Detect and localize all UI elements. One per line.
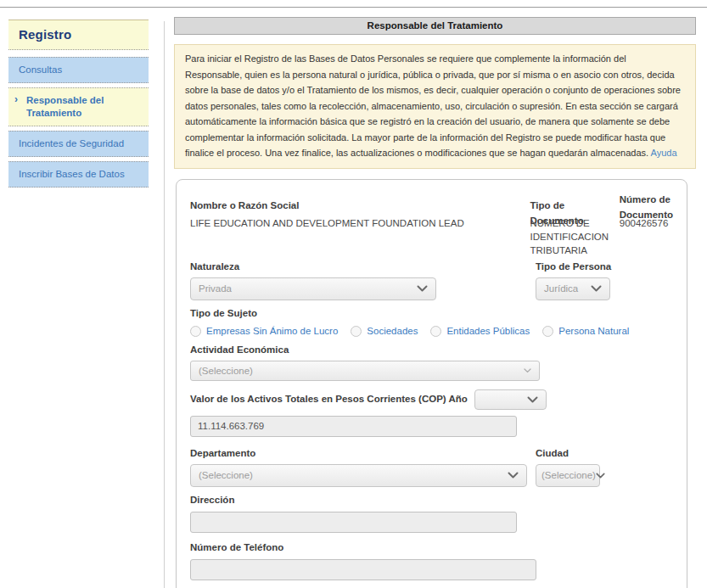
- radio-empresas-sin-animo-de-lucro[interactable]: Empresas Sin Ánimo de Lucro: [190, 326, 338, 337]
- sidebar-item-incidentes-de-seguridad[interactable]: Incidentes de Seguridad: [8, 131, 149, 157]
- actividad-economica-label: Actividad Económica: [190, 344, 673, 356]
- radio-button-icon: [190, 326, 201, 337]
- radio-button-icon: [542, 326, 553, 337]
- radio-persona-natural[interactable]: Persona Natural: [542, 326, 629, 337]
- direccion-input[interactable]: [190, 512, 517, 533]
- sidebar-item-label: Inscribir Bases de Datos: [19, 169, 125, 179]
- chevron-down-icon: [508, 472, 519, 479]
- naturaleza-selected-value: Privada: [199, 283, 232, 294]
- sidebar-item-inscribir-bases-de-datos[interactable]: Inscribir Bases de Datos: [8, 161, 149, 188]
- actividad-selected-value: (Seleccione): [199, 366, 253, 376]
- naturaleza-label: Naturaleza: [190, 260, 536, 273]
- tipo-sujeto-radio-group: Empresas Sin Ánimo de Lucro Sociedades E…: [190, 326, 673, 337]
- sidebar: Registro Consultas › Responsable del Tra…: [8, 20, 149, 192]
- sidebar-title: Registro: [8, 20, 149, 50]
- ubicacion-row: Departamento (Seleccione) Ciudad (Selecc…: [190, 447, 673, 487]
- active-item-marker-icon: ›: [14, 93, 18, 106]
- radio-button-icon: [430, 326, 441, 337]
- content-divider: [164, 21, 165, 588]
- ciudad-selected-value: (Seleccione): [541, 470, 596, 480]
- radio-sociedades[interactable]: Sociedades: [351, 326, 418, 337]
- tipo-persona-label: Tipo de Persona: [536, 260, 673, 273]
- tipo-documento-value: NUMERO DE IDENTIFICACION TRIBUTARIA: [530, 216, 619, 257]
- nombre-value: LIFE EDUCATION AND DEVELOPMENT FOUNDATIO…: [190, 216, 530, 230]
- radio-button-icon: [351, 326, 362, 337]
- main-content: Responsable del Tratamiento Para iniciar…: [174, 17, 696, 588]
- tipo-persona-select[interactable]: Jurídica: [536, 277, 610, 300]
- telefono-label: Número de Teléfono: [190, 541, 673, 554]
- radio-label: Persona Natural: [558, 326, 629, 336]
- tipo-persona-selected-value: Jurídica: [544, 283, 578, 294]
- ciudad-select[interactable]: (Seleccione): [536, 464, 600, 487]
- sidebar-item-consultas[interactable]: Consultas: [8, 57, 149, 83]
- chevron-down-icon: [527, 396, 538, 403]
- nombre-label: Nombre o Razón Social: [190, 200, 299, 210]
- page-title: Responsable del Tratamiento: [174, 17, 696, 35]
- sidebar-item-label: Responsable del Tratamiento: [26, 95, 104, 118]
- intro-text: Para iniciar el Registro de las Bases de…: [185, 53, 681, 158]
- departamento-selected-value: (Seleccione): [199, 470, 253, 480]
- identification-row: Nombre o Razón Social LIFE EDUCATION AND…: [190, 191, 673, 257]
- radio-entidades-publicas[interactable]: Entidades Públicas: [430, 326, 530, 337]
- responsable-form-panel: Nombre o Razón Social LIFE EDUCATION AND…: [176, 179, 687, 588]
- sidebar-item-responsable-del-tratamiento[interactable]: › Responsable del Tratamiento: [8, 87, 149, 126]
- actividad-economica-select[interactable]: (Seleccione): [190, 361, 540, 381]
- departamento-select[interactable]: (Seleccione): [190, 464, 527, 487]
- ayuda-link[interactable]: Ayuda: [651, 148, 677, 158]
- naturaleza-select[interactable]: Privada: [190, 277, 436, 300]
- radio-label: Sociedades: [367, 326, 418, 336]
- sidebar-item-label: Consultas: [19, 64, 62, 75]
- activos-row: Valor de los Activos Totales en Pesos Co…: [190, 389, 673, 410]
- activos-label: Valor de los Activos Totales en Pesos Co…: [190, 393, 468, 406]
- direccion-label: Dirección: [190, 494, 673, 507]
- activos-year-select[interactable]: [474, 389, 547, 410]
- chevron-down-icon: [591, 285, 602, 292]
- telefono-input[interactable]: [190, 559, 536, 580]
- chevron-down-icon: [524, 368, 531, 373]
- chevron-down-icon: [596, 473, 605, 479]
- radio-label: Entidades Públicas: [446, 326, 530, 336]
- activos-valor-input[interactable]: [190, 416, 517, 437]
- radio-label: Empresas Sin Ánimo de Lucro: [206, 326, 338, 336]
- chevron-down-icon: [417, 285, 428, 292]
- ciudad-label: Ciudad: [536, 447, 673, 460]
- intro-notice: Para iniciar el Registro de las Bases de…: [174, 44, 696, 169]
- top-divider: [0, 7, 707, 8]
- sidebar-item-label: Incidentes de Seguridad: [19, 138, 124, 148]
- tipo-sujeto-label: Tipo de Sujeto: [190, 307, 673, 320]
- departamento-label: Departamento: [190, 447, 536, 460]
- numero-documento-value: 900426576: [620, 216, 673, 230]
- naturaleza-row: Naturaleza Privada Tipo de Persona Juríd…: [190, 260, 673, 300]
